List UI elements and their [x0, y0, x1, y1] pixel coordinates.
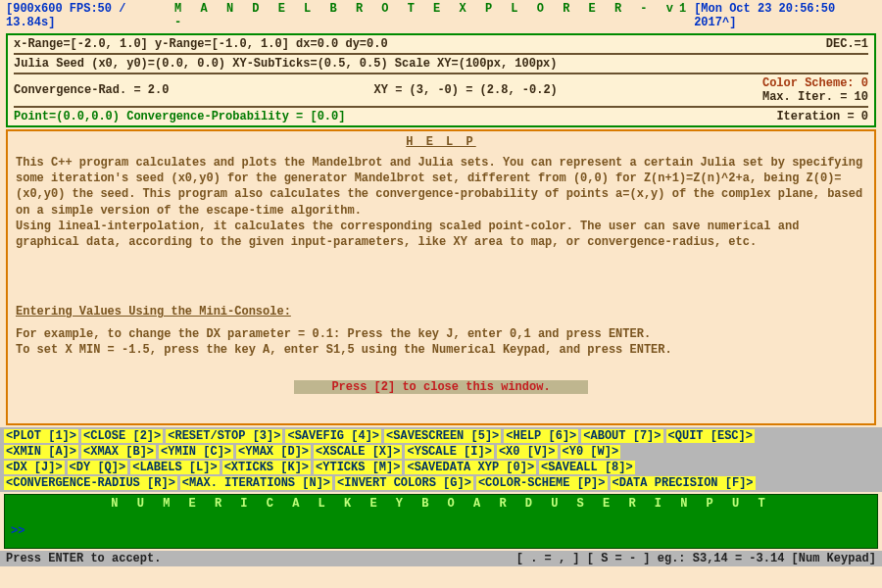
dec-info: DEC.=1	[826, 37, 868, 51]
cmd-button[interactable]: <SAVEDATA XYP [0]>	[405, 461, 536, 474]
title-bar: [882x588 FPS:50 / 13.84s] M A N D E L B …	[0, 0, 882, 31]
cmd-button[interactable]: <DATA PRECISION [F]>	[611, 476, 756, 490]
status-right: [ . = , ] [ S = - ] eg.: S3,14 = -3.14 […	[516, 552, 876, 565]
cmd-button[interactable]: <DX [J]>	[4, 461, 65, 474]
point-info: Point=(0.0,0.0) Convergence-Probability …	[14, 110, 345, 123]
cmd-button[interactable]: <YMIN [C]>	[159, 445, 233, 459]
cmd-button[interactable]: <XSCALE [X]>	[314, 445, 402, 459]
cmd-button[interactable]: <INVERT COLORS [G]>	[335, 476, 473, 490]
range-info: x-Range=[-2.0, 1.0] y-Range=[-1.0, 1.0] …	[14, 37, 388, 51]
app-title: M A N D E L B R O T E X P L O R E R - v1…	[174, 2, 694, 29]
max-iter: Max. Iter. = 10	[762, 90, 868, 104]
fps-info: [882x588 FPS:50 / 13.84s]	[6, 2, 174, 29]
num-keyboard-panel: N U M E R I C A L K E Y B O A R D U S E …	[4, 494, 878, 549]
cmd-button[interactable]: <COLOR-SCHEME [P]>	[476, 476, 608, 490]
cmd-button[interactable]: <LABELS [L]>	[130, 461, 219, 474]
cmd-button[interactable]: <X0 [V]>	[497, 445, 558, 459]
cmd-button[interactable]: <DY [Q]>	[68, 461, 128, 474]
xy-coords: XY = (3, -0) = (2.8, -0.2)	[374, 83, 558, 97]
command-bar: <PLOT [1]><CLOSE [2]><RESET/STOP [3]><SA…	[0, 427, 882, 492]
cmd-button[interactable]: <XMAX [B]>	[81, 445, 156, 459]
cmd-button[interactable]: <QUIT [ESC]>	[666, 429, 755, 443]
help-title: H E L P	[16, 135, 866, 149]
help-close-hint: Press [2] to close this window.	[294, 380, 588, 394]
status-bar: Press ENTER to accept. [ . = , ] [ S = -…	[0, 551, 882, 566]
num-keyboard-input[interactable]	[11, 524, 861, 538]
status-left: Press ENTER to accept.	[6, 552, 161, 565]
cmd-button[interactable]: <RESET/STOP [3]>	[166, 429, 282, 443]
julia-seed-info: Julia Seed (x0, y0)=(0.0, 0.0) XY-SubTic…	[14, 57, 868, 71]
help-body-2: Using lineal-interpolation, it calculate…	[16, 219, 866, 250]
cmd-button[interactable]: <XMIN [A]>	[4, 445, 78, 459]
cmd-button[interactable]: <MAX. ITERATIONS [N]>	[180, 476, 332, 490]
datetime: [Mon Oct 23 20:56:50 2017^]	[694, 2, 876, 29]
cmd-button[interactable]: <XTICKS [K]>	[222, 461, 311, 474]
info-panel: x-Range=[-2.0, 1.0] y-Range=[-1.0, 1.0] …	[6, 33, 876, 127]
cmd-button[interactable]: <CONVERGENCE-RADIUS [R]>	[4, 476, 177, 490]
cmd-button[interactable]: <YSCALE [I]>	[405, 445, 493, 459]
convergence-radius: Convergence-Rad. = 2.0	[14, 83, 169, 97]
cmd-button[interactable]: <CLOSE [2]>	[81, 429, 163, 443]
color-scheme: Color Scheme: 0	[762, 76, 868, 90]
help-panel: H E L P This C++ program calculates and …	[6, 129, 876, 425]
help-body-1: This C++ program calculates and plots th…	[16, 155, 866, 219]
cmd-button[interactable]: <HELP [6]>	[504, 429, 578, 443]
cmd-button[interactable]: <Y0 [W]>	[561, 445, 621, 459]
help-example-2: To set X MIN = -1.5, press the key A, en…	[16, 342, 866, 358]
cmd-button[interactable]: <SAVEALL [8]>	[539, 461, 635, 474]
cmd-button[interactable]: <YTICKS [M]>	[314, 461, 402, 474]
num-keyboard-title: N U M E R I C A L K E Y B O A R D U S E …	[7, 497, 875, 511]
cmd-button[interactable]: <ABOUT [7]>	[581, 429, 662, 443]
help-subtitle: Entering Values Using the Mini-Console:	[16, 305, 866, 318]
help-example-1: For example, to change the DX parameter …	[16, 326, 866, 342]
cmd-button[interactable]: <SAVEFIG [4]>	[285, 429, 381, 443]
cmd-button[interactable]: <PLOT [1]>	[4, 429, 78, 443]
cmd-button[interactable]: <YMAX [D]>	[236, 445, 311, 459]
iteration-count: Iteration = 0	[776, 110, 868, 123]
cmd-button[interactable]: <SAVESCREEN [5]>	[384, 429, 501, 443]
